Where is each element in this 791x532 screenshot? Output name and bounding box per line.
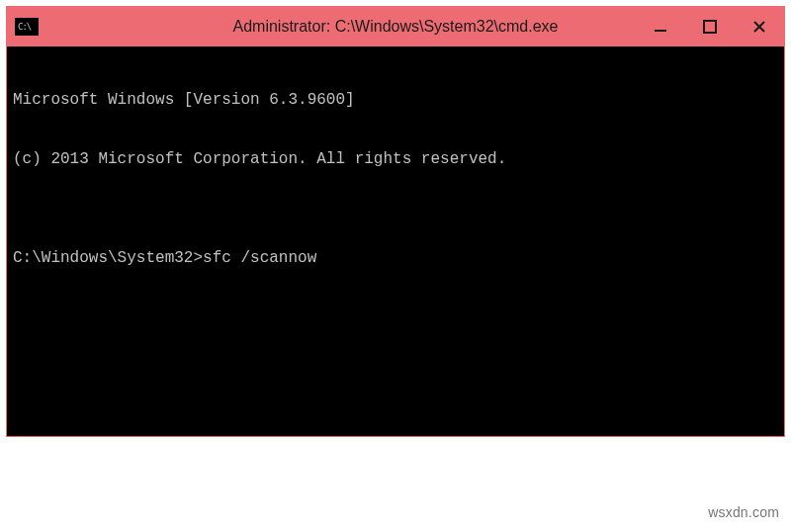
terminal-command: sfc /scannow [203,248,316,268]
svg-rect-1 [704,21,716,33]
window-title: Administrator: C:\Windows\System32\cmd.e… [233,18,559,36]
cmd-window: C:\ Administrator: C:\Windows\System32\c… [6,6,785,437]
maximize-icon [703,20,717,34]
watermark-text: wsxdn.com [708,504,779,520]
terminal-line-version: Microsoft Windows [Version 6.3.9600] [13,90,778,110]
close-button[interactable] [735,7,784,46]
system-icon-label: C:\ [18,22,31,32]
titlebar[interactable]: C:\ Administrator: C:\Windows\System32\c… [7,7,784,46]
terminal-prompt-line: C:\Windows\System32>sfc /scannow [13,248,778,268]
window-controls [636,7,784,46]
minimize-icon [654,20,667,34]
minimize-button[interactable] [636,7,685,46]
maximize-button[interactable] [685,7,735,46]
svg-rect-0 [655,30,666,32]
terminal-output[interactable]: Microsoft Windows [Version 6.3.9600] (c)… [7,46,784,436]
system-menu-icon[interactable]: C:\ [15,18,39,36]
terminal-prompt: C:\Windows\System32> [13,248,203,268]
close-icon [752,20,766,34]
terminal-line-copyright: (c) 2013 Microsoft Corporation. All righ… [13,149,778,169]
